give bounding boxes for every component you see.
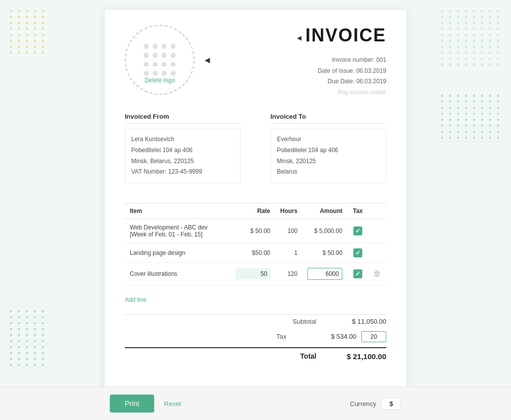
row3-tax-checkbox[interactable]: ✓ xyxy=(353,269,362,278)
row2-checkmark: ✓ xyxy=(355,249,360,256)
col-header-item: Item xyxy=(125,203,231,218)
delete-logo-link[interactable]: Delete logo xyxy=(145,77,175,84)
row1-hours: 100 xyxy=(275,218,303,243)
table-row: Cover illustrations 120 ✓ xyxy=(125,262,386,285)
tax-totals-row: Tax $ 534.00 xyxy=(125,328,386,345)
currency-label: Currency xyxy=(350,400,376,408)
row3-delete-cell: 🗑 xyxy=(368,262,386,285)
invoice-due-date: Due Date: 06.03.2019 xyxy=(297,76,386,87)
row1-tax-cell: ✓ xyxy=(347,218,368,243)
row1-checkmark: ✓ xyxy=(355,227,360,234)
row3-checkmark: ✓ xyxy=(355,270,360,277)
table-row: Landing page design $50.00 1 $ 50.00 ✓ xyxy=(125,243,386,262)
logo-upload-area[interactable]: Delete logo xyxy=(125,25,195,95)
col-header-hours: Hours xyxy=(275,203,303,218)
total-label: Total xyxy=(276,352,326,360)
address-section: Invoiced From Lera Kuntsevich Pobeditele… xyxy=(125,113,386,188)
currency-input[interactable] xyxy=(381,398,401,410)
decorative-dots-tr2 xyxy=(441,95,501,155)
decorative-dots-tr xyxy=(441,10,501,90)
to-address2: Minsk, 220125 xyxy=(277,156,380,167)
total-value: $ 21,100.00 xyxy=(326,352,386,361)
add-line-container: Add line xyxy=(125,290,386,309)
items-container: Item Rate Hours Amount Tax Web Developme… xyxy=(125,203,386,364)
row2-tax-cell: ✓ xyxy=(347,243,368,262)
row2-rate: $50.00 xyxy=(231,243,275,262)
items-table: Item Rate Hours Amount Tax Web Developme… xyxy=(125,203,386,285)
row1-rate: $ 50.00 xyxy=(231,218,275,243)
invoiced-from-block: Invoiced From Lera Kuntsevich Pobeditele… xyxy=(125,113,241,183)
row2-tax-checkbox[interactable]: ✓ xyxy=(353,248,362,257)
row1-action xyxy=(368,218,386,243)
footer-left: Print Reset xyxy=(110,395,181,413)
from-address1: Pobeditelei 104 ap 406 xyxy=(131,145,234,156)
from-vat: VAT Number: 123-45-9999 xyxy=(131,167,234,178)
row3-rate-input[interactable] xyxy=(236,268,270,279)
row3-amount-input[interactable] xyxy=(307,268,342,280)
row3-tax-cell: ✓ xyxy=(347,262,368,285)
col-header-rate: Rate xyxy=(231,203,275,218)
logo-placeholder-dots xyxy=(144,44,176,76)
invoiced-to-content[interactable]: Everhour Pobeditelei 104 ap 406 Minsk, 2… xyxy=(270,129,386,183)
invoiced-to-block: Invoiced To Everhour Pobeditelei 104 ap … xyxy=(270,113,386,183)
add-line-button[interactable]: Add line xyxy=(125,292,146,307)
col-header-tax: Tax xyxy=(347,203,368,218)
invoiced-from-content[interactable]: Lera Kuntsevich Pobeditelei 104 ap 406 M… xyxy=(125,129,241,183)
invoice-title-area: ◀ INVOICE Invoice number: 001 Date of Is… xyxy=(297,25,386,98)
decorative-dots-tl xyxy=(10,10,50,70)
invoice-meta: Invoice number: 001 Date of Issue: 06.03… xyxy=(297,55,386,98)
row3-rate-cell xyxy=(231,262,275,285)
invoiced-to-label: Invoiced To xyxy=(270,113,386,124)
pay-online-link[interactable]: Pay invoice online xyxy=(297,87,386,98)
tax-value: $ 534.00 xyxy=(296,333,356,340)
cursor-indicator-2: ◀ xyxy=(297,34,301,41)
row1-item: Web Development - ABC dev [Week of Feb, … xyxy=(125,218,231,243)
from-address2: Minsk, Belarus, 220125 xyxy=(131,156,234,167)
subtotal-label: Subtotal xyxy=(276,318,326,325)
invoice-number: Invoice number: 001 xyxy=(297,55,386,66)
row3-delete-icon[interactable]: 🗑 xyxy=(373,269,381,278)
row1-amount: $ 5,000.00 xyxy=(302,218,347,243)
to-name: Everhour xyxy=(277,134,380,145)
to-address1: Pobeditelei 104 ap 406 xyxy=(277,145,380,156)
print-button[interactable]: Print xyxy=(110,395,154,413)
row3-hours: 120 xyxy=(275,262,303,285)
decorative-dots-bl xyxy=(10,310,50,390)
row1-tax-checkbox[interactable]: ✓ xyxy=(353,226,362,235)
col-header-action xyxy=(368,203,386,218)
row3-amount-cell xyxy=(302,262,347,285)
footer-bar: Print Reset Currency xyxy=(0,387,511,420)
row2-amount: $ 50.00 xyxy=(302,243,347,262)
subtotal-value: $ 11,050.00 xyxy=(326,318,386,325)
row2-item: Landing page design xyxy=(125,243,231,262)
from-name: Lera Kuntsevich xyxy=(131,134,234,145)
invoiced-from-label: Invoiced From xyxy=(125,113,241,124)
row2-action xyxy=(368,243,386,262)
tax-label: Tax xyxy=(247,333,296,340)
row2-hours: 1 xyxy=(275,243,303,262)
cursor-indicator: ◀ xyxy=(205,56,210,64)
col-header-amount: Amount xyxy=(302,203,347,218)
footer-right: Currency xyxy=(350,398,401,410)
row3-item: Cover illustrations xyxy=(125,262,231,285)
total-final-row: Total $ 21,100.00 xyxy=(125,347,386,364)
invoice-card: Delete logo ◀ ◀ INVOICE Invoice number: … xyxy=(105,10,406,420)
invoice-header: Delete logo ◀ ◀ INVOICE Invoice number: … xyxy=(125,25,386,98)
tax-rate-input[interactable] xyxy=(361,331,386,342)
to-country: Belarus xyxy=(277,167,380,178)
table-row: Web Development - ABC dev [Week of Feb, … xyxy=(125,218,386,243)
invoice-title: INVOICE xyxy=(305,25,386,46)
reset-link[interactable]: Reset xyxy=(164,400,181,408)
totals-section: Subtotal $ 11,050.00 Tax $ 534.00 Total … xyxy=(125,314,386,364)
subtotal-row: Subtotal $ 11,050.00 xyxy=(125,314,386,328)
invoice-date-issue: Date of Issue: 06.03.2019 xyxy=(297,66,386,77)
